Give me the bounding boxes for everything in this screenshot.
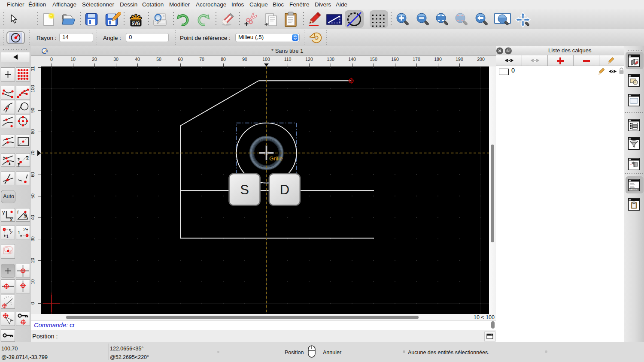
svg-text:SVG: SVG	[132, 21, 140, 27]
svg-text:1: 1	[6, 234, 9, 239]
svg-text:C command: C command	[630, 188, 640, 190]
svg-text:2: 2	[10, 230, 12, 235]
svg-text:2: 2	[23, 227, 26, 232]
svg-text:x: x	[10, 216, 13, 221]
svg-text:y: y	[2, 209, 5, 215]
svg-text:D: D	[280, 182, 289, 197]
svg-text:1: 1	[17, 162, 20, 166]
svg-text:a: a	[24, 214, 27, 220]
svg-text:1: 1	[18, 230, 20, 235]
svg-text:Grille: Grille	[269, 155, 283, 162]
svg-text:S: S	[240, 182, 249, 197]
svg-text:r: r	[17, 208, 19, 215]
svg-text:2: 2	[26, 155, 29, 160]
